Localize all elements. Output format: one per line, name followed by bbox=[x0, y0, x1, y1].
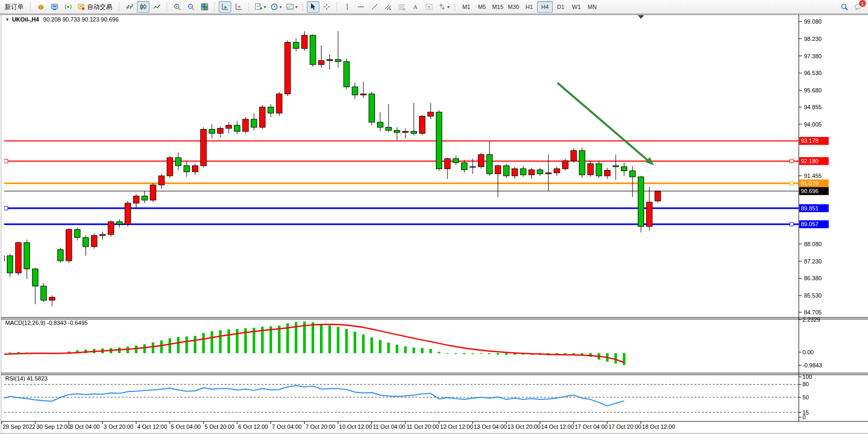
line-handle[interactable] bbox=[790, 159, 794, 163]
chat-button[interactable]: 1 bbox=[852, 1, 864, 13]
candle-body bbox=[66, 229, 72, 261]
dropdown-caret-icon[interactable]: ▾ bbox=[264, 5, 266, 9]
macd-histogram-bar bbox=[413, 347, 415, 353]
candle-body bbox=[571, 151, 576, 161]
signals-button[interactable] bbox=[62, 1, 74, 13]
auto-scroll-icon bbox=[221, 3, 229, 11]
channel-button[interactable]: E bbox=[382, 1, 394, 13]
timeframe-m5-button[interactable]: M5 bbox=[474, 1, 490, 13]
zoom-out-button[interactable] bbox=[185, 1, 197, 13]
templates-button[interactable]: ▾ bbox=[284, 1, 299, 13]
dropdown-caret-icon[interactable]: ▾ bbox=[280, 5, 282, 9]
macd-histogram-bar bbox=[471, 353, 474, 354]
text-label-button[interactable]: T bbox=[423, 1, 435, 13]
candle-body bbox=[192, 166, 198, 172]
trendline-button[interactable] bbox=[368, 1, 381, 13]
candle-body bbox=[453, 158, 459, 163]
timeframe-group: M1M5M15M30H1H4D1W1MN bbox=[452, 0, 600, 14]
toolbar-group: EFAT▾ bbox=[334, 0, 452, 14]
autotrading-button[interactable]: 自动交易 bbox=[76, 1, 115, 13]
rsi-scale-label: 50 bbox=[802, 394, 809, 400]
timeframe-h1-button[interactable]: H1 bbox=[521, 1, 537, 13]
market-button[interactable] bbox=[35, 1, 47, 13]
price-tick-label: 94.005 bbox=[804, 121, 822, 128]
candle-body bbox=[41, 286, 47, 300]
candle-body bbox=[91, 236, 97, 247]
macd-histogram-bar bbox=[177, 337, 179, 353]
macd-histogram-bar bbox=[497, 353, 499, 355]
macd-histogram-bar bbox=[387, 343, 390, 353]
cursor-button[interactable] bbox=[307, 1, 319, 13]
macd-histogram-bar bbox=[278, 326, 281, 353]
price-marker-label: 92.180 bbox=[801, 158, 819, 164]
candle-body bbox=[167, 157, 173, 176]
candle-body bbox=[302, 35, 307, 48]
dropdown-caret-icon[interactable]: ▾ bbox=[447, 5, 449, 9]
line-handle[interactable] bbox=[4, 159, 8, 163]
toolbar-group: ▾▾▾ bbox=[245, 0, 299, 14]
chart-shift-button[interactable] bbox=[232, 1, 245, 13]
macd-histogram-bar bbox=[320, 324, 323, 353]
timeframe-m1-button[interactable]: M1 bbox=[458, 1, 474, 13]
fibonacci-button[interactable]: F bbox=[395, 1, 408, 13]
macd-histogram-bar bbox=[404, 346, 406, 353]
svg-text:A: A bbox=[413, 4, 417, 10]
candle-body bbox=[74, 229, 80, 237]
macd-histogram-bar bbox=[345, 329, 348, 353]
tile-windows-button[interactable] bbox=[198, 1, 211, 13]
bar-chart-button[interactable] bbox=[123, 1, 136, 13]
text-button[interactable]: A bbox=[409, 1, 422, 13]
hline-button[interactable] bbox=[355, 1, 367, 13]
line-handle[interactable] bbox=[790, 182, 794, 185]
indicators-button[interactable]: ▾ bbox=[253, 1, 267, 13]
timeframe-h4-button[interactable]: H4 bbox=[537, 1, 553, 13]
macd-indicator-label: MACD(12,26,9) -0.8343 -0.6495 bbox=[5, 320, 88, 326]
toolbar-group bbox=[211, 0, 245, 14]
signals-icon bbox=[64, 3, 72, 11]
toolbar-group: 新订单 bbox=[1, 0, 27, 14]
candle-body bbox=[49, 297, 55, 300]
line-chart-icon bbox=[153, 3, 161, 11]
periods-button[interactable]: ▾ bbox=[269, 1, 283, 13]
candle-body bbox=[638, 177, 644, 226]
candle-body bbox=[150, 185, 156, 200]
candle-chart-button[interactable] bbox=[137, 1, 149, 13]
zoom-in-button[interactable] bbox=[171, 1, 184, 13]
auto-scroll-button[interactable] bbox=[219, 1, 231, 13]
macd-histogram-bar bbox=[202, 333, 205, 353]
timeframe-w1-button[interactable]: W1 bbox=[569, 1, 584, 13]
line-handle[interactable] bbox=[790, 223, 794, 226]
chart-canvas[interactable]: 99.08098.23097.38096.53095.68094.85594.0… bbox=[0, 0, 868, 434]
candle-body bbox=[352, 87, 358, 94]
macd-histogram-bar bbox=[353, 332, 356, 353]
candle-body bbox=[293, 43, 299, 49]
new-order-button[interactable]: 新订单 bbox=[2, 1, 27, 13]
vline-button[interactable] bbox=[341, 1, 353, 13]
timeframe-m15-button[interactable]: M15 bbox=[490, 1, 506, 13]
timeframe-d1-button[interactable]: D1 bbox=[553, 1, 569, 13]
time-tick-label: 14 Oct 12:00 bbox=[541, 424, 574, 430]
one-click-trading-toggle[interactable]: ▼ bbox=[5, 17, 9, 22]
time-tick-label: 5 Oct 04:00 bbox=[171, 424, 201, 430]
macd-histogram-bar bbox=[379, 340, 381, 353]
dropdown-caret-icon[interactable]: ▾ bbox=[295, 5, 297, 9]
candle-body bbox=[251, 119, 257, 127]
price-tick-label: 99.080 bbox=[804, 18, 822, 25]
mt4-window: 新订单自动交易▾▾▾EFAT▾M1M5M15M30H1H4D1W1MN1 99.… bbox=[0, 0, 868, 434]
line-chart-button[interactable] bbox=[151, 1, 163, 13]
line-handle[interactable] bbox=[4, 206, 8, 210]
search-button[interactable] bbox=[838, 1, 851, 13]
terminal-icon bbox=[50, 3, 59, 11]
crosshair-button[interactable] bbox=[320, 1, 333, 13]
price-tick-label: 95.680 bbox=[804, 87, 822, 93]
candle-body bbox=[125, 203, 131, 224]
arrows-button[interactable]: ▾ bbox=[436, 1, 451, 13]
candle-body bbox=[587, 164, 593, 175]
candle-body bbox=[133, 196, 139, 203]
timeframe-m30-button[interactable]: M30 bbox=[506, 1, 521, 13]
timeframe-mn-button[interactable]: MN bbox=[584, 1, 600, 13]
candle-body bbox=[369, 94, 374, 122]
terminal-button[interactable] bbox=[48, 1, 61, 13]
candle-body bbox=[24, 242, 30, 269]
candle-body bbox=[260, 107, 265, 128]
